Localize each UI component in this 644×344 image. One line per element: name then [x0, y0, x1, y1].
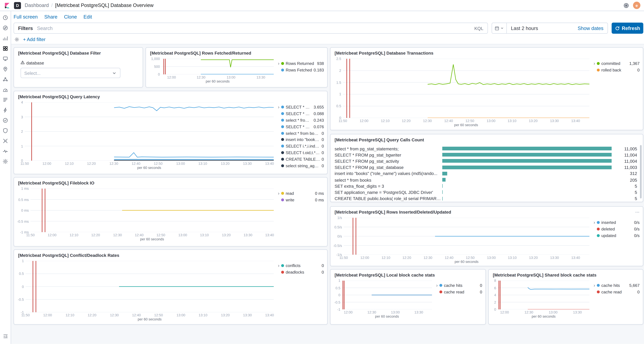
calendar-button[interactable]: [492, 23, 507, 33]
legend-item[interactable]: select * from books0: [281, 130, 324, 136]
legend-value: 0: [322, 157, 324, 161]
sidebar-item-siem[interactable]: [2, 128, 8, 133]
legend-toggle-icon[interactable]: ›: [592, 282, 597, 295]
bar-row[interactable]: SET application_name = 'PostgreSQL JDBC …: [334, 189, 637, 195]
line-chart[interactable]: 10.50-0.5-111:5012:0012:1012:2012:3012:4…: [14, 258, 276, 321]
legend-item[interactable]: deleted0/s: [597, 226, 640, 232]
legend-item[interactable]: CREATE TABLE publi...0: [281, 156, 324, 162]
sidebar-item-dashboard[interactable]: [2, 45, 8, 51]
legend-item[interactable]: Rows Fetched0.183: [281, 67, 324, 73]
refresh-button[interactable]: Refresh: [612, 23, 643, 34]
legend-item[interactable]: committed1,367: [597, 60, 640, 67]
line-chart[interactable]: 4321011:5012:0012:1012:2012:3012:4012:50…: [14, 100, 276, 170]
clone-link[interactable]: Clone: [64, 14, 77, 19]
legend-item[interactable]: SELECT i.*,i.indkey a...0: [281, 143, 324, 149]
show-dates-button[interactable]: Show dates: [578, 25, 608, 31]
sidebar-item-recently-viewed[interactable]: [2, 15, 8, 20]
query-language-button[interactable]: KQL: [470, 26, 488, 30]
sidebar-item-canvas[interactable]: [2, 56, 8, 62]
line-chart[interactable]: 1,000500012:0012:3013:0013:30per 60 seco…: [146, 56, 276, 83]
legend-item[interactable]: rolled back0: [597, 67, 640, 73]
edit-link[interactable]: Edit: [84, 14, 92, 19]
panel-title[interactable]: [Metricbeat PostgreSQL] Conflict/Deadloc…: [14, 250, 327, 258]
space-avatar[interactable]: D: [14, 2, 21, 9]
sidebar-item-uptime[interactable]: [2, 118, 8, 123]
line-chart[interactable]: 1 ms0.5 ms0 ms-0.5 ms-1 ms11:5012:0012:1…: [14, 186, 276, 241]
legend-item[interactable]: Rows Returned938: [281, 60, 324, 67]
bar-row[interactable]: SELECT * FROM pg_stat_bgwriter11,004: [334, 152, 637, 158]
legend-item[interactable]: conflicts0: [281, 263, 324, 269]
horizontal-bar-chart[interactable]: select * from pg_stat_statements;11,005S…: [330, 143, 643, 202]
legend-item[interactable]: S​ELECT * FROM...3.655: [281, 104, 324, 110]
sidebar-item-machine-learning[interactable]: [2, 76, 8, 82]
legend-item[interactable]: cache hits0: [439, 282, 482, 289]
dock-navigation-icon[interactable]: [3, 333, 8, 341]
kibana-logo-icon[interactable]: [4, 2, 10, 8]
bar-row[interactable]: SELECT * FROM pg_stat_database11,003: [334, 164, 637, 170]
legend-toggle-icon[interactable]: ›: [592, 60, 597, 73]
legend-toggle-icon[interactable]: ›: [276, 263, 281, 276]
panel-menu-icon[interactable]: [635, 209, 640, 216]
line-chart[interactable]: 2.521.510.5011:5012:0012:1012:2012:3012:…: [330, 56, 592, 127]
legend-value: 0: [637, 290, 640, 294]
legend-toggle-icon[interactable]: ›: [276, 104, 281, 169]
legend-toggle-icon[interactable]: ›: [434, 282, 439, 295]
saved-query-menu-button[interactable]: Filters: [14, 25, 37, 31]
bar-row[interactable]: CREATE TABLE public.books( role_id seria…: [334, 195, 637, 202]
share-link[interactable]: Share: [44, 14, 58, 19]
legend-item[interactable]: inserted0/s: [597, 219, 640, 226]
breadcrumb-dashboard[interactable]: Dashboard: [24, 2, 49, 8]
time-range-value[interactable]: Last 2 hours: [507, 25, 578, 31]
legend-item[interactable]: insert into "books" ("...0: [281, 136, 324, 143]
legend-toggle-icon[interactable]: ›: [276, 190, 281, 203]
panel-title[interactable]: [Metricbeat PostgreSQL] Query Calls Coun…: [330, 134, 643, 143]
legend-item[interactable]: select * from pg...0.243: [281, 117, 324, 123]
bar-row[interactable]: select * from books205: [334, 177, 637, 183]
legend-item[interactable]: cache read0: [597, 289, 640, 295]
panel-title[interactable]: [Metricbeat PostgreSQL] Database Filter: [14, 48, 143, 56]
legend-item[interactable]: SELECT t.oid,t.*,c.rel...0: [281, 149, 324, 156]
legend-item[interactable]: SELECT * FROM...0.088: [281, 110, 324, 117]
line-chart[interactable]: 8642012:0012:3013:0013:30per 60 seconds: [489, 278, 592, 319]
legend-item[interactable]: cache hits5,667: [597, 282, 640, 289]
bar-row[interactable]: select * from pg_stat_statements;11,005: [334, 145, 637, 152]
sidebar-item-stack-monitoring[interactable]: [2, 148, 8, 154]
bar-row[interactable]: SET extra_float_digits = 35: [334, 183, 637, 189]
legend-item[interactable]: select string_agg(wo...0: [281, 162, 324, 169]
full-screen-link[interactable]: Full screen: [14, 14, 38, 19]
line-chart[interactable]: 10.50-0.5-112:0012:3013:0013:30per 60 se…: [330, 278, 434, 319]
scrollbar[interactable]: [640, 145, 642, 199]
sidebar-item-maps[interactable]: [2, 66, 8, 72]
legend-item[interactable]: deadlocks0: [281, 269, 324, 276]
panel-title[interactable]: [Metricbeat PostgreSQL] Rows Fetched/Ret…: [146, 48, 327, 56]
bar-row[interactable]: insert into "books" ("role_name") values…: [334, 170, 637, 177]
search-input[interactable]: [37, 23, 470, 33]
deployment-icon[interactable]: [623, 2, 629, 8]
filter-settings-icon[interactable]: [14, 37, 19, 42]
legend-item[interactable]: SELECT * FROM ...0.076: [281, 123, 324, 130]
sidebar-item-infrastructure[interactable]: [2, 87, 8, 92]
panel-title[interactable]: [Metricbeat PostgreSQL] Database Transac…: [330, 48, 643, 56]
sidebar-item-management[interactable]: [2, 159, 8, 164]
sidebar-item-visualize[interactable]: [2, 35, 8, 41]
legend-toggle-icon[interactable]: ›: [592, 219, 597, 239]
legend-item[interactable]: updated0/s: [597, 232, 640, 239]
panel-title[interactable]: [Metricbeat PostgreSQL] Query Latency: [14, 91, 327, 100]
legend-toggle-icon[interactable]: ›: [276, 60, 281, 73]
legend-item[interactable]: read0 ms: [281, 190, 324, 197]
sidebar-item-logs[interactable]: [2, 97, 8, 103]
user-avatar[interactable]: e: [633, 2, 640, 9]
panel-title[interactable]: [Metricbeat PostgreSQL] Shared block cac…: [489, 270, 643, 278]
database-select[interactable]: Select...: [20, 68, 120, 78]
bar-row[interactable]: SELECT * FROM pg_stat_activity11,004: [334, 158, 637, 164]
sidebar-item-discover[interactable]: [2, 25, 8, 31]
legend-item[interactable]: cache read0: [439, 289, 482, 295]
legend-item[interactable]: write0 ms: [281, 197, 324, 203]
add-filter-button[interactable]: + Add filter: [23, 37, 46, 42]
sidebar-item-apm[interactable]: [2, 107, 8, 113]
panel-title[interactable]: [Metricbeat PostgreSQL] Rows Inserted/De…: [330, 207, 643, 215]
line-chart[interactable]: 1/s0.5/s0/s-0.5/s-1/s11:5012:0012:1012:2…: [330, 215, 592, 264]
panel-title[interactable]: [Metricbeat PostgreSQL] Fileblock IO: [14, 178, 327, 186]
sidebar-item-dev-tools[interactable]: [2, 138, 8, 144]
panel-title[interactable]: [Metricbeat PostgreSQL] Local block cach…: [330, 270, 486, 278]
